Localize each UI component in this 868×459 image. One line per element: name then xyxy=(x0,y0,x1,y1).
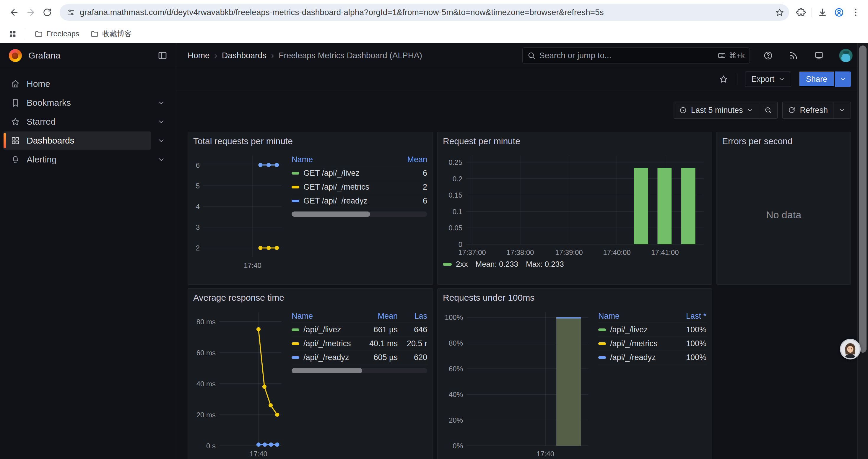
browser-menu-icon[interactable] xyxy=(847,4,864,21)
panel-title[interactable]: Average response time xyxy=(193,293,427,306)
series-color-swatch xyxy=(598,328,606,331)
extensions-icon[interactable] xyxy=(793,4,809,21)
breadcrumb: Home › Dashboards › Freeleaps Metrics Da… xyxy=(176,51,522,60)
share-menu-icon[interactable] xyxy=(835,71,851,87)
svg-text:17:39:00: 17:39:00 xyxy=(555,249,583,256)
share-button[interactable]: Share xyxy=(799,71,834,87)
svg-text:6: 6 xyxy=(196,161,200,169)
dock-menu-icon[interactable] xyxy=(156,49,169,62)
user-avatar[interactable] xyxy=(839,49,852,62)
legend-column-header[interactable]: Name xyxy=(598,312,670,321)
bookmark-star-icon[interactable] xyxy=(773,6,786,19)
svg-text:17:40:00: 17:40:00 xyxy=(603,249,630,256)
panel-total-requests-per-minute: Total requests per minute 6543217:40 Nam… xyxy=(188,132,433,285)
series-color-swatch xyxy=(291,356,299,359)
legend-column-header[interactable]: Las xyxy=(398,312,427,321)
panel-errors-per-second: Errors per second No data xyxy=(716,132,851,285)
news-rss-icon[interactable] xyxy=(788,50,799,61)
series-value: 20.5 r xyxy=(398,339,427,348)
series-name[interactable]: /api/_/metrics xyxy=(291,339,353,348)
sidebar-item-starred[interactable]: Starred xyxy=(4,112,151,131)
legend-column-header[interactable]: Last * xyxy=(670,312,706,321)
grafana-logo-icon[interactable] xyxy=(9,49,22,62)
svg-text:5: 5 xyxy=(196,182,200,190)
legend-mean: Mean: 0.233 xyxy=(475,260,518,269)
refresh-icon xyxy=(788,106,796,114)
svg-text:60 ms: 60 ms xyxy=(196,349,216,357)
keyboard-icon xyxy=(718,52,726,60)
sidebar-item-dashboards[interactable]: Dashboards xyxy=(4,131,151,150)
legend-table-scrollbar[interactable] xyxy=(291,368,427,373)
refresh-interval-icon[interactable] xyxy=(833,102,850,119)
page-scrollbar[interactable] xyxy=(857,43,868,459)
dashboards-grid-icon xyxy=(11,136,20,145)
expand-starred-icon[interactable] xyxy=(151,112,172,131)
breadcrumb-home[interactable]: Home xyxy=(188,51,210,60)
sidebar-item-bookmarks[interactable]: Bookmarks xyxy=(4,94,151,112)
series-color-swatch xyxy=(291,172,299,174)
sidebar-item-alerting[interactable]: Alerting xyxy=(4,150,151,169)
export-button[interactable]: Export xyxy=(745,71,791,87)
search-placeholder: Search or jump to... xyxy=(539,51,718,60)
chevron-down-icon xyxy=(747,107,753,113)
search-input[interactable]: Search or jump to... ⌘+k xyxy=(522,47,750,64)
panel-title[interactable]: Total requests per minute xyxy=(193,136,427,149)
expand-dashboards-icon[interactable] xyxy=(151,131,172,150)
panel-title[interactable]: Requests under 100ms xyxy=(443,293,706,306)
series-color-swatch xyxy=(443,263,452,266)
site-settings-icon[interactable] xyxy=(65,6,77,18)
assistant-avatar-button[interactable] xyxy=(840,338,861,360)
favorite-dashboard-icon[interactable] xyxy=(718,73,730,85)
series-name[interactable]: /api/_/readyz xyxy=(291,353,353,362)
time-range-picker[interactable]: Last 5 minutes xyxy=(674,102,759,119)
svg-text:0.05: 0.05 xyxy=(448,224,462,232)
help-icon[interactable] xyxy=(763,50,773,61)
breadcrumb-dashboards[interactable]: Dashboards xyxy=(222,51,267,60)
downloads-icon[interactable] xyxy=(814,4,831,21)
series-name[interactable]: /api/_/livez xyxy=(291,325,353,334)
expand-bookmarks-icon[interactable] xyxy=(151,94,172,112)
legend-column-header[interactable]: Name xyxy=(291,155,401,164)
forward-icon[interactable] xyxy=(23,4,39,21)
svg-text:0.25: 0.25 xyxy=(448,158,462,166)
legend-table-row: /api/_/readyz100% xyxy=(598,351,706,364)
panel-title[interactable]: Errors per second xyxy=(722,136,845,149)
svg-text:20%: 20% xyxy=(449,416,463,424)
series-name[interactable]: /api/_/metrics xyxy=(598,339,670,348)
series-name[interactable]: GET /api/_/livez xyxy=(291,169,401,178)
series-name[interactable]: GET /api/_/readyz xyxy=(291,196,401,205)
series-name[interactable]: /api/_/readyz xyxy=(598,353,670,362)
series-value: 2 xyxy=(401,183,427,192)
monitor-icon[interactable] xyxy=(814,50,824,61)
legend-item-2xx[interactable]: 2xx xyxy=(443,260,468,269)
search-shortcut: ⌘+k xyxy=(718,51,745,60)
series-name[interactable]: GET /api/_/metrics xyxy=(291,183,401,192)
refresh-button[interactable]: Refresh xyxy=(783,102,833,119)
refresh-label: Refresh xyxy=(800,106,828,115)
dashboard-main: Export Share xyxy=(176,68,868,459)
header-icons xyxy=(750,49,868,62)
sidebar-row-starred: Starred xyxy=(4,112,172,131)
legend-column-header[interactable]: Mean xyxy=(353,312,398,321)
legend-table: NameMeanLas/api/_/livez661 µs646/api/_/m… xyxy=(291,310,427,459)
svg-text:17:37:00: 17:37:00 xyxy=(458,249,486,256)
apps-grid-icon[interactable] xyxy=(6,27,20,41)
bookmark-folder-freeleaps[interactable]: Freeleaps xyxy=(30,28,83,40)
reload-icon[interactable] xyxy=(39,4,56,21)
back-icon[interactable] xyxy=(6,4,23,21)
legend-column-header[interactable]: Mean xyxy=(401,155,427,164)
address-bar[interactable]: grafana.mathmast.com/d/deytv4rwavabkb/fr… xyxy=(60,4,789,21)
legend-column-header[interactable]: Name xyxy=(291,312,353,321)
sidebar-item-home[interactable]: Home xyxy=(4,75,172,93)
panel-title[interactable]: Request per minute xyxy=(443,136,706,149)
zoom-out-time-icon[interactable] xyxy=(759,102,777,119)
profile-icon[interactable] xyxy=(831,4,847,21)
legend-table-scrollbar[interactable] xyxy=(291,211,427,217)
bookmark-folder-blogs[interactable]: 收藏博客 xyxy=(86,27,136,40)
series-name[interactable]: /api/_/livez xyxy=(598,325,670,334)
panel-request-per-minute: Request per minute 0.250.20.150.10.05017… xyxy=(437,132,712,285)
expand-alerting-icon[interactable] xyxy=(151,150,172,169)
svg-text:2: 2 xyxy=(196,244,200,252)
scrollbar-thumb[interactable] xyxy=(859,45,867,353)
url-text[interactable]: grafana.mathmast.com/d/deytv4rwavabkb/fr… xyxy=(80,8,773,17)
